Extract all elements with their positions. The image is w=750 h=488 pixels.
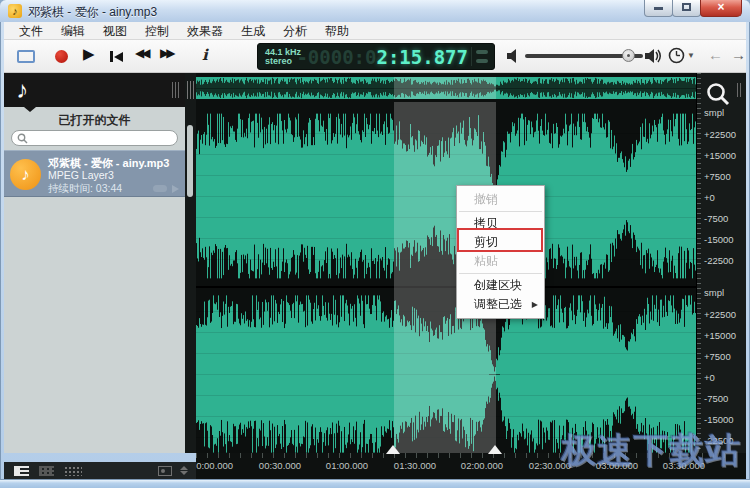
file-play-icon[interactable] xyxy=(172,185,179,193)
file-music-note-icon: ♪ xyxy=(10,159,41,190)
volume-slider-knob[interactable] xyxy=(622,49,635,62)
context-menu: 撤销 拷贝 剪切 粘贴 创建区块 调整已选 ▶ xyxy=(456,185,545,319)
sort-icon[interactable] xyxy=(180,466,188,475)
window-bottom-border xyxy=(0,479,750,488)
menu-view[interactable]: 视图 xyxy=(94,22,136,40)
app-icon: ♪ xyxy=(8,4,22,18)
menu-edit[interactable]: 编辑 xyxy=(52,22,94,40)
application-window: ♪ 邓紫棋 - 爱你 - ainy.mp3 × 文件 编辑 视图 控制 效果器 … xyxy=(0,0,750,488)
file-list-item[interactable]: ♪ 邓紫棋 - 爱你 - ainy.mp3 MPEG Layer3 持续时间: … xyxy=(4,150,185,197)
redo-arrow-icon[interactable]: → xyxy=(731,46,746,63)
skip-to-start-button[interactable] xyxy=(110,51,123,62)
selection-end-handle[interactable] xyxy=(488,445,502,454)
window-title: 邓紫棋 - 爱你 - ainy.mp3 xyxy=(28,4,157,21)
display-mode-icon[interactable] xyxy=(476,50,488,54)
waveform-overview[interactable] xyxy=(196,77,696,99)
menu-effects[interactable]: 效果器 xyxy=(178,22,232,40)
toolbar: ▶ ◀◀ ▶▶ i 44.1 kHz stereo -0000:02:15.87… xyxy=(4,40,746,73)
ruler-unit: smpl xyxy=(704,107,724,118)
main-area: ♪ 已打开的文件 ♪ 邓紫棋 - 爱你 - ainy.mp3 MPEG Laye… xyxy=(4,73,746,453)
menu-analyze[interactable]: 分析 xyxy=(274,22,316,40)
ruler-unit: smpl xyxy=(704,287,724,298)
maximize-button[interactable] xyxy=(672,0,701,17)
menu-file[interactable]: 文件 xyxy=(10,22,52,40)
play-button[interactable]: ▶ xyxy=(83,45,95,63)
title-bar[interactable]: ♪ 邓紫棋 - 爱你 - ainy.mp3 × xyxy=(0,0,750,22)
artwork-toggle-icon[interactable] xyxy=(158,466,172,476)
info-button[interactable]: i xyxy=(202,46,208,64)
file-duration: 持续时间: 03:44 xyxy=(48,182,122,196)
menu-bar: 文件 编辑 视图 控制 效果器 生成 分析 帮助 xyxy=(4,22,746,40)
volume-low-icon[interactable] xyxy=(507,49,520,63)
timer-dropdown-button[interactable]: ▼ xyxy=(668,47,695,64)
chevron-down-icon: ▼ xyxy=(687,51,695,60)
panel-splitter[interactable] xyxy=(185,73,196,453)
file-speaker-icon[interactable] xyxy=(153,185,167,192)
grid-view-icon[interactable] xyxy=(39,466,54,476)
sidebar-bottom-bar xyxy=(4,462,196,479)
menu-generate[interactable]: 生成 xyxy=(232,22,274,40)
waveform-main[interactable] xyxy=(196,102,696,453)
window-frame: ♪ 邓紫棋 - 爱你 - ainy.mp3 × 文件 编辑 视图 控制 效果器 … xyxy=(0,0,750,488)
ruler-ticks xyxy=(697,73,701,453)
file-format: MPEG Layer3 xyxy=(48,169,114,181)
ruler-grip[interactable] xyxy=(737,83,743,97)
time-display: 44.1 kHz stereo -0000:02:15.877 xyxy=(257,43,495,70)
sidebar-tab-bar: ♪ xyxy=(4,73,185,107)
search-icon xyxy=(17,133,28,144)
menu-help[interactable]: 帮助 xyxy=(316,22,358,40)
waveform-panel[interactable] xyxy=(196,73,696,453)
menu-control[interactable]: 控制 xyxy=(136,22,178,40)
vertical-scrollbar-thumb[interactable] xyxy=(187,125,193,197)
context-menu-paste: 粘贴 xyxy=(457,252,544,271)
opened-files-header: 已打开的文件 xyxy=(4,112,185,129)
splitter-grip-icon[interactable] xyxy=(187,81,194,99)
context-menu-adjust-selection[interactable]: 调整已选 ▶ xyxy=(457,295,544,314)
cut-highlight-annotation xyxy=(457,228,543,252)
watermark: 极速下载站 xyxy=(561,427,741,474)
clock-icon xyxy=(668,47,685,64)
context-menu-create-region[interactable]: 创建区块 xyxy=(457,276,544,295)
tab-bar-grip[interactable] xyxy=(172,82,180,98)
music-note-tab-icon[interactable]: ♪ xyxy=(16,76,28,104)
selection-tool-icon[interactable] xyxy=(17,50,35,63)
rewind-button[interactable]: ◀◀ xyxy=(135,46,147,60)
amplitude-ruler: smpl +22500 +15000 +7500 +0 -7500 -15000… xyxy=(696,73,746,453)
minimize-button[interactable] xyxy=(644,0,673,17)
close-button[interactable]: × xyxy=(700,0,742,17)
context-menu-undo: 撤销 xyxy=(457,190,544,209)
submenu-arrow-icon: ▶ xyxy=(532,295,538,314)
zoom-icon[interactable] xyxy=(705,81,731,107)
sidebar: ♪ 已打开的文件 ♪ 邓紫棋 - 爱你 - ainy.mp3 MPEG Laye… xyxy=(4,73,185,453)
fast-forward-button[interactable]: ▶▶ xyxy=(160,46,172,60)
list-view-icon[interactable] xyxy=(14,466,29,476)
selection-start-handle[interactable] xyxy=(386,445,400,454)
display-mode-icon[interactable] xyxy=(476,59,488,63)
file-search-input[interactable] xyxy=(11,130,178,146)
undo-arrow-icon[interactable]: ← xyxy=(708,46,723,63)
record-button[interactable] xyxy=(55,50,68,63)
compact-view-icon[interactable] xyxy=(64,466,82,476)
volume-high-icon[interactable] xyxy=(645,49,662,63)
time-counter: -0000:02:15.877 xyxy=(296,46,468,68)
